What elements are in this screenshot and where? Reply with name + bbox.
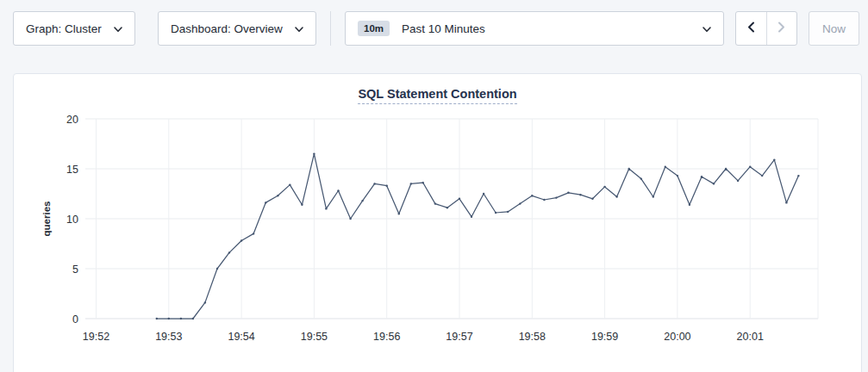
data-point bbox=[677, 175, 678, 177]
data-point bbox=[713, 183, 715, 184]
next-timeframe-button[interactable] bbox=[767, 12, 797, 45]
data-point bbox=[325, 208, 327, 209]
graph-dropdown-label: Graph: Cluster bbox=[26, 22, 102, 35]
data-point bbox=[640, 177, 642, 179]
time-range-badge: 10m bbox=[358, 21, 390, 36]
data-point bbox=[531, 195, 533, 196]
sql-contention-line-chart[interactable]: 0510152019:5219:5319:5419:5519:5619:5719… bbox=[14, 74, 863, 371]
data-point bbox=[737, 180, 739, 182]
data-point bbox=[495, 212, 496, 214]
data-point bbox=[773, 158, 775, 160]
x-tick-label: 19:56 bbox=[373, 331, 400, 343]
chevron-down-icon bbox=[114, 22, 122, 35]
data-point bbox=[386, 185, 388, 187]
data-point bbox=[301, 204, 303, 206]
time-nav-group bbox=[735, 11, 797, 46]
data-point bbox=[434, 202, 436, 204]
data-point bbox=[615, 195, 617, 197]
data-point bbox=[459, 198, 460, 200]
data-point bbox=[797, 175, 799, 177]
now-button[interactable]: Now bbox=[809, 11, 859, 46]
data-point bbox=[567, 192, 569, 194]
data-point bbox=[628, 168, 630, 170]
data-point bbox=[313, 152, 315, 154]
chart-card: SQL Statement Contention 0510152019:5219… bbox=[13, 73, 862, 372]
data-point bbox=[749, 166, 751, 168]
data-point bbox=[398, 213, 400, 214]
data-point bbox=[603, 186, 605, 188]
data-point bbox=[265, 202, 266, 203]
time-range-label: Past 10 Minutes bbox=[402, 22, 485, 35]
data-point bbox=[168, 318, 170, 319]
chevron-down-icon bbox=[295, 22, 303, 35]
dashboard-dropdown-label: Dashboard: Overview bbox=[171, 22, 283, 35]
chevron-right-icon bbox=[777, 21, 785, 36]
time-range-dropdown[interactable]: 10m Past 10 Minutes bbox=[345, 11, 724, 46]
data-point bbox=[337, 189, 339, 191]
data-point bbox=[361, 200, 363, 202]
data-point bbox=[471, 216, 472, 218]
data-point bbox=[591, 198, 593, 200]
data-point bbox=[422, 182, 424, 183]
data-point bbox=[785, 202, 787, 203]
data-point bbox=[253, 232, 254, 234]
x-tick-label: 19:59 bbox=[591, 331, 618, 343]
y-tick-label: 15 bbox=[66, 164, 78, 176]
data-point bbox=[483, 193, 484, 195]
data-point bbox=[507, 211, 509, 213]
data-point bbox=[701, 176, 703, 177]
chevron-left-icon bbox=[747, 21, 755, 36]
data-point bbox=[761, 175, 763, 177]
data-point bbox=[410, 183, 412, 184]
data-point bbox=[373, 183, 375, 184]
graph-dropdown[interactable]: Graph: Cluster bbox=[13, 11, 135, 46]
data-point bbox=[216, 268, 218, 270]
x-tick-label: 19:53 bbox=[155, 331, 182, 343]
previous-timeframe-button[interactable] bbox=[736, 12, 767, 45]
data-point bbox=[519, 202, 521, 204]
data-point bbox=[725, 168, 727, 170]
data-point bbox=[180, 318, 182, 319]
dashboard-dropdown[interactable]: Dashboard: Overview bbox=[158, 11, 316, 46]
data-point bbox=[665, 166, 666, 168]
data-point bbox=[289, 183, 290, 185]
data-point bbox=[543, 199, 545, 201]
y-tick-label: 20 bbox=[66, 114, 78, 126]
data-point bbox=[240, 239, 242, 241]
y-axis-label: queries bbox=[41, 202, 52, 237]
data-point bbox=[277, 195, 278, 196]
data-point bbox=[579, 194, 581, 195]
toolbar-divider bbox=[330, 11, 331, 46]
x-tick-label: 19:57 bbox=[446, 331, 472, 343]
data-point bbox=[228, 251, 230, 253]
data-point bbox=[349, 218, 351, 220]
y-tick-label: 5 bbox=[72, 264, 78, 276]
x-tick-label: 19:54 bbox=[228, 331, 254, 343]
data-point bbox=[689, 204, 690, 206]
data-point bbox=[156, 318, 158, 319]
chevron-down-icon bbox=[703, 22, 711, 35]
data-line bbox=[157, 154, 799, 319]
data-point bbox=[555, 196, 557, 198]
x-tick-label: 19:52 bbox=[83, 331, 109, 343]
now-button-label: Now bbox=[822, 22, 846, 35]
x-tick-label: 20:01 bbox=[737, 331, 764, 343]
y-tick-label: 0 bbox=[72, 313, 78, 326]
x-tick-label: 19:58 bbox=[519, 331, 546, 343]
data-point bbox=[204, 301, 206, 303]
y-tick-label: 10 bbox=[66, 214, 78, 226]
data-point bbox=[446, 207, 448, 208]
x-tick-label: 19:55 bbox=[301, 331, 328, 343]
data-point bbox=[653, 195, 654, 197]
data-point bbox=[192, 318, 194, 319]
x-tick-label: 20:00 bbox=[664, 331, 690, 343]
